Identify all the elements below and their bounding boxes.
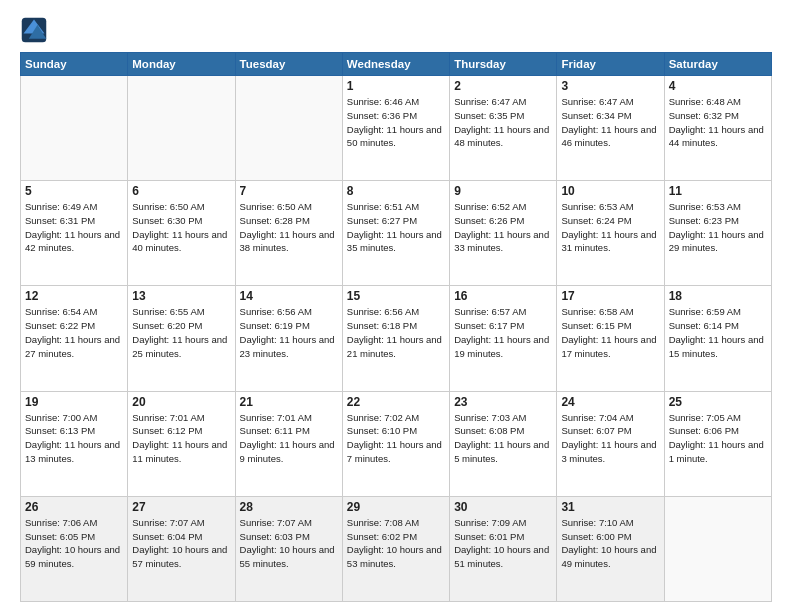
- day-detail: Sunrise: 7:00 AMSunset: 6:13 PMDaylight:…: [25, 411, 123, 466]
- calendar-body: 1Sunrise: 6:46 AMSunset: 6:36 PMDaylight…: [21, 76, 772, 602]
- day-detail: Sunrise: 6:51 AMSunset: 6:27 PMDaylight:…: [347, 200, 445, 255]
- calendar-cell: 31Sunrise: 7:10 AMSunset: 6:00 PMDayligh…: [557, 496, 664, 601]
- calendar-week-1: 1Sunrise: 6:46 AMSunset: 6:36 PMDaylight…: [21, 76, 772, 181]
- page: SundayMondayTuesdayWednesdayThursdayFrid…: [0, 0, 792, 612]
- calendar-cell: 19Sunrise: 7:00 AMSunset: 6:13 PMDayligh…: [21, 391, 128, 496]
- day-detail: Sunrise: 6:54 AMSunset: 6:22 PMDaylight:…: [25, 305, 123, 360]
- calendar-cell: 8Sunrise: 6:51 AMSunset: 6:27 PMDaylight…: [342, 181, 449, 286]
- day-number: 2: [454, 79, 552, 93]
- day-number: 17: [561, 289, 659, 303]
- calendar-cell: 9Sunrise: 6:52 AMSunset: 6:26 PMDaylight…: [450, 181, 557, 286]
- day-detail: Sunrise: 7:10 AMSunset: 6:00 PMDaylight:…: [561, 516, 659, 571]
- day-detail: Sunrise: 7:09 AMSunset: 6:01 PMDaylight:…: [454, 516, 552, 571]
- calendar-week-3: 12Sunrise: 6:54 AMSunset: 6:22 PMDayligh…: [21, 286, 772, 391]
- day-detail: Sunrise: 7:08 AMSunset: 6:02 PMDaylight:…: [347, 516, 445, 571]
- day-number: 24: [561, 395, 659, 409]
- day-number: 3: [561, 79, 659, 93]
- day-number: 8: [347, 184, 445, 198]
- day-detail: Sunrise: 6:57 AMSunset: 6:17 PMDaylight:…: [454, 305, 552, 360]
- day-number: 16: [454, 289, 552, 303]
- day-detail: Sunrise: 6:52 AMSunset: 6:26 PMDaylight:…: [454, 200, 552, 255]
- calendar-cell: 7Sunrise: 6:50 AMSunset: 6:28 PMDaylight…: [235, 181, 342, 286]
- weekday-header-monday: Monday: [128, 53, 235, 76]
- calendar-cell: [21, 76, 128, 181]
- calendar-cell: 12Sunrise: 6:54 AMSunset: 6:22 PMDayligh…: [21, 286, 128, 391]
- day-detail: Sunrise: 6:58 AMSunset: 6:15 PMDaylight:…: [561, 305, 659, 360]
- day-detail: Sunrise: 6:47 AMSunset: 6:35 PMDaylight:…: [454, 95, 552, 150]
- day-detail: Sunrise: 7:03 AMSunset: 6:08 PMDaylight:…: [454, 411, 552, 466]
- day-number: 19: [25, 395, 123, 409]
- day-number: 9: [454, 184, 552, 198]
- day-number: 13: [132, 289, 230, 303]
- logo-icon: [20, 16, 48, 44]
- calendar-cell: 3Sunrise: 6:47 AMSunset: 6:34 PMDaylight…: [557, 76, 664, 181]
- day-detail: Sunrise: 6:48 AMSunset: 6:32 PMDaylight:…: [669, 95, 767, 150]
- day-number: 5: [25, 184, 123, 198]
- day-number: 12: [25, 289, 123, 303]
- calendar: SundayMondayTuesdayWednesdayThursdayFrid…: [20, 52, 772, 602]
- weekday-header-friday: Friday: [557, 53, 664, 76]
- calendar-cell: 5Sunrise: 6:49 AMSunset: 6:31 PMDaylight…: [21, 181, 128, 286]
- day-detail: Sunrise: 6:53 AMSunset: 6:23 PMDaylight:…: [669, 200, 767, 255]
- day-detail: Sunrise: 6:47 AMSunset: 6:34 PMDaylight:…: [561, 95, 659, 150]
- calendar-cell: 11Sunrise: 6:53 AMSunset: 6:23 PMDayligh…: [664, 181, 771, 286]
- day-detail: Sunrise: 7:05 AMSunset: 6:06 PMDaylight:…: [669, 411, 767, 466]
- calendar-cell: [235, 76, 342, 181]
- calendar-cell: 2Sunrise: 6:47 AMSunset: 6:35 PMDaylight…: [450, 76, 557, 181]
- calendar-cell: 6Sunrise: 6:50 AMSunset: 6:30 PMDaylight…: [128, 181, 235, 286]
- calendar-cell: 18Sunrise: 6:59 AMSunset: 6:14 PMDayligh…: [664, 286, 771, 391]
- calendar-cell: 21Sunrise: 7:01 AMSunset: 6:11 PMDayligh…: [235, 391, 342, 496]
- day-number: 10: [561, 184, 659, 198]
- weekday-header-saturday: Saturday: [664, 53, 771, 76]
- calendar-cell: 13Sunrise: 6:55 AMSunset: 6:20 PMDayligh…: [128, 286, 235, 391]
- day-number: 6: [132, 184, 230, 198]
- day-number: 1: [347, 79, 445, 93]
- day-number: 14: [240, 289, 338, 303]
- day-detail: Sunrise: 6:56 AMSunset: 6:18 PMDaylight:…: [347, 305, 445, 360]
- day-detail: Sunrise: 6:50 AMSunset: 6:30 PMDaylight:…: [132, 200, 230, 255]
- day-detail: Sunrise: 6:56 AMSunset: 6:19 PMDaylight:…: [240, 305, 338, 360]
- day-number: 28: [240, 500, 338, 514]
- calendar-cell: 24Sunrise: 7:04 AMSunset: 6:07 PMDayligh…: [557, 391, 664, 496]
- day-detail: Sunrise: 6:59 AMSunset: 6:14 PMDaylight:…: [669, 305, 767, 360]
- day-detail: Sunrise: 7:04 AMSunset: 6:07 PMDaylight:…: [561, 411, 659, 466]
- calendar-week-2: 5Sunrise: 6:49 AMSunset: 6:31 PMDaylight…: [21, 181, 772, 286]
- calendar-cell: 26Sunrise: 7:06 AMSunset: 6:05 PMDayligh…: [21, 496, 128, 601]
- calendar-cell: 14Sunrise: 6:56 AMSunset: 6:19 PMDayligh…: [235, 286, 342, 391]
- calendar-cell: 22Sunrise: 7:02 AMSunset: 6:10 PMDayligh…: [342, 391, 449, 496]
- calendar-cell: 16Sunrise: 6:57 AMSunset: 6:17 PMDayligh…: [450, 286, 557, 391]
- calendar-cell: 23Sunrise: 7:03 AMSunset: 6:08 PMDayligh…: [450, 391, 557, 496]
- day-number: 18: [669, 289, 767, 303]
- calendar-cell: 1Sunrise: 6:46 AMSunset: 6:36 PMDaylight…: [342, 76, 449, 181]
- calendar-cell: 10Sunrise: 6:53 AMSunset: 6:24 PMDayligh…: [557, 181, 664, 286]
- calendar-cell: [128, 76, 235, 181]
- calendar-cell: 29Sunrise: 7:08 AMSunset: 6:02 PMDayligh…: [342, 496, 449, 601]
- day-number: 23: [454, 395, 552, 409]
- day-detail: Sunrise: 6:46 AMSunset: 6:36 PMDaylight:…: [347, 95, 445, 150]
- day-number: 25: [669, 395, 767, 409]
- calendar-cell: [664, 496, 771, 601]
- logo: [20, 16, 52, 44]
- calendar-cell: 17Sunrise: 6:58 AMSunset: 6:15 PMDayligh…: [557, 286, 664, 391]
- day-number: 11: [669, 184, 767, 198]
- calendar-week-5: 26Sunrise: 7:06 AMSunset: 6:05 PMDayligh…: [21, 496, 772, 601]
- day-detail: Sunrise: 7:06 AMSunset: 6:05 PMDaylight:…: [25, 516, 123, 571]
- day-number: 4: [669, 79, 767, 93]
- day-detail: Sunrise: 7:01 AMSunset: 6:11 PMDaylight:…: [240, 411, 338, 466]
- calendar-cell: 30Sunrise: 7:09 AMSunset: 6:01 PMDayligh…: [450, 496, 557, 601]
- day-detail: Sunrise: 6:49 AMSunset: 6:31 PMDaylight:…: [25, 200, 123, 255]
- day-detail: Sunrise: 6:53 AMSunset: 6:24 PMDaylight:…: [561, 200, 659, 255]
- day-number: 22: [347, 395, 445, 409]
- day-number: 15: [347, 289, 445, 303]
- day-detail: Sunrise: 7:01 AMSunset: 6:12 PMDaylight:…: [132, 411, 230, 466]
- weekday-header-tuesday: Tuesday: [235, 53, 342, 76]
- day-detail: Sunrise: 7:02 AMSunset: 6:10 PMDaylight:…: [347, 411, 445, 466]
- calendar-cell: 28Sunrise: 7:07 AMSunset: 6:03 PMDayligh…: [235, 496, 342, 601]
- weekday-row: SundayMondayTuesdayWednesdayThursdayFrid…: [21, 53, 772, 76]
- day-detail: Sunrise: 7:07 AMSunset: 6:03 PMDaylight:…: [240, 516, 338, 571]
- header: [20, 16, 772, 44]
- day-number: 21: [240, 395, 338, 409]
- day-number: 7: [240, 184, 338, 198]
- calendar-week-4: 19Sunrise: 7:00 AMSunset: 6:13 PMDayligh…: [21, 391, 772, 496]
- calendar-header: SundayMondayTuesdayWednesdayThursdayFrid…: [21, 53, 772, 76]
